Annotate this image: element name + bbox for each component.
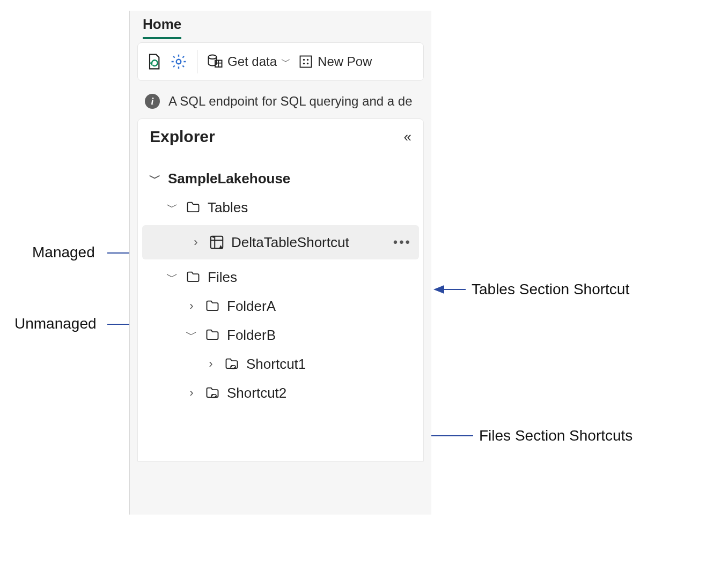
get-data-label: Get data <box>227 54 277 69</box>
annotation-files-shortcuts: Files Section Shortcuts <box>479 427 633 444</box>
tree-node-label: Files <box>208 269 237 286</box>
table-shortcut-icon <box>209 234 225 250</box>
folder-icon <box>185 270 201 285</box>
tree-root-lakehouse[interactable]: ﹀ SampleLakehouse <box>138 164 423 193</box>
chevron-right-icon: › <box>185 299 198 313</box>
tree-node-folder-b[interactable]: ﹀ FolderB <box>138 321 423 349</box>
app-panel: Home Get data ﹀ New Pow i A SQL endpoint… <box>129 11 431 515</box>
info-icon: i <box>145 94 160 109</box>
explorer-panel: Explorer « ﹀ SampleLakehouse ﹀ Tables › <box>137 118 424 462</box>
chevron-down-icon: ﹀ <box>185 327 198 343</box>
tab-bar: Home <box>130 11 431 39</box>
grid-icon <box>298 54 313 69</box>
chevron-down-icon: ﹀ <box>166 199 179 215</box>
chevron-right-icon: › <box>189 235 202 249</box>
annotation-managed: Managed <box>32 244 95 261</box>
chevron-down-icon: ﹀ <box>281 55 291 68</box>
tree-node-label: DeltaTableShortcut <box>231 234 349 251</box>
tree-node-files[interactable]: ﹀ Files <box>138 263 423 292</box>
chevron-down-icon: ﹀ <box>166 269 179 285</box>
chevron-down-icon: ﹀ <box>149 170 161 187</box>
collapse-icon[interactable]: « <box>404 129 411 145</box>
chevron-right-icon: › <box>204 357 217 371</box>
info-text: A SQL endpoint for SQL querying and a de <box>168 94 413 109</box>
more-options-icon[interactable]: ••• <box>393 235 411 250</box>
tree-node-label: Shortcut1 <box>246 356 306 373</box>
gear-icon[interactable] <box>170 53 187 70</box>
tree-root-label: SampleLakehouse <box>168 170 290 187</box>
tree-node-label: FolderB <box>227 327 276 344</box>
tree-node-tables[interactable]: ﹀ Tables <box>138 193 423 222</box>
tree-node-shortcut2[interactable]: › Shortcut2 <box>138 378 423 407</box>
folder-shortcut-icon <box>224 356 240 371</box>
explorer-title: Explorer <box>150 128 215 146</box>
tree-node-label: FolderA <box>227 298 276 315</box>
tree-node-folder-a[interactable]: › FolderA <box>138 292 423 321</box>
ribbon: Get data ﹀ New Pow <box>137 42 424 81</box>
folder-shortcut-icon <box>204 385 220 400</box>
get-data-button[interactable]: Get data ﹀ <box>207 54 291 70</box>
new-pow-label: New Pow <box>318 54 372 69</box>
tree-node-label: Shortcut2 <box>227 385 286 401</box>
annotation-tables-shortcut: Tables Section Shortcut <box>472 281 629 298</box>
new-pow-button[interactable]: New Pow <box>298 54 372 69</box>
explorer-tree: ﹀ SampleLakehouse ﹀ Tables › DeltaTableS… <box>138 149 423 407</box>
database-icon <box>207 54 223 70</box>
info-bar: i A SQL endpoint for SQL querying and a … <box>130 87 431 118</box>
tab-home[interactable]: Home <box>143 16 181 39</box>
folder-icon <box>204 299 220 314</box>
annotation-unmanaged: Unmanaged <box>14 315 97 332</box>
ribbon-separator <box>197 50 197 73</box>
folder-icon <box>185 200 201 215</box>
tree-node-shortcut1[interactable]: › Shortcut1 <box>138 349 423 378</box>
tree-node-delta-shortcut[interactable]: › DeltaTableShortcut ••• <box>142 225 419 259</box>
folder-icon <box>204 328 220 343</box>
tree-node-label: Tables <box>208 199 248 216</box>
refresh-icon[interactable] <box>145 53 163 70</box>
chevron-right-icon: › <box>185 386 198 400</box>
